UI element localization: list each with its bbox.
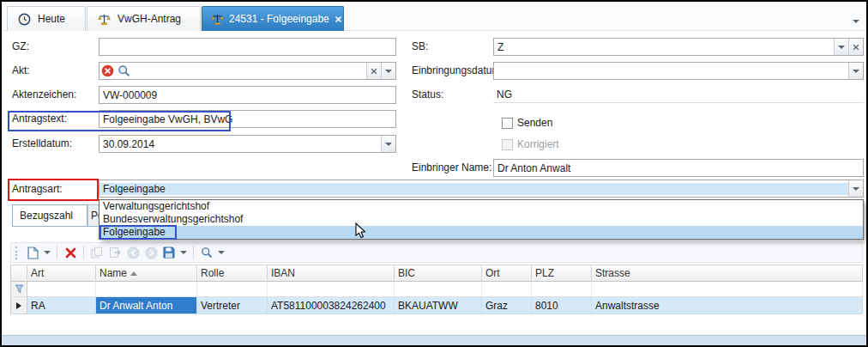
col-header-iban[interactable]: IBAN [268,265,395,282]
erstelldatum-field[interactable]: 30.09.2014 [99,135,396,153]
save-button[interactable] [161,245,177,260]
sb-field[interactable]: Z [493,38,864,56]
filter-cell-art[interactable] [27,282,96,297]
antragsart-field[interactable]: Folgeeingabe [99,180,864,198]
sb-value: Z [494,41,834,53]
akt-field[interactable] [99,62,396,80]
cell-name-selected[interactable]: Dr Anwalt Anton [96,297,197,314]
col-header-label: Strasse [595,267,630,279]
nav-forward-button[interactable] [143,245,159,260]
status-value: NG [493,86,864,103]
col-header-label: BIC [398,267,415,279]
tab-vwgh-antrag[interactable]: VwGH-Antrag [87,6,201,31]
col-header-art[interactable]: Art [27,265,96,282]
grid-toolbar [10,242,863,263]
aktenzeichen-field[interactable]: VW-000009 [99,86,396,104]
tab-list-chevron-icon[interactable] [853,14,859,26]
subtab-label: Bezugszahl [20,210,73,222]
filter-cell-strasse[interactable] [592,282,863,297]
row-indicator-header [10,265,27,282]
copy-button[interactable] [89,245,105,260]
dropdown-icon[interactable] [381,136,395,152]
clear-circle-icon[interactable] [99,64,116,77]
tab-heute[interactable]: Heute [7,6,86,31]
nav-back-button[interactable] [125,245,141,260]
dropdown-icon[interactable] [848,63,863,79]
toolbar-separator [83,246,84,259]
erstelldatum-label: Erstelldatum: [12,135,72,152]
cell-strasse[interactable]: Anwaltstrasse [592,297,863,314]
search-button[interactable] [199,245,214,260]
add-row-button[interactable] [25,245,40,260]
cell-plz[interactable]: 8010 [532,297,592,314]
akt-label: Akt: [12,62,30,79]
application-window: Heute VwGH-Antrag 24531 - Folgeeingabe G… [0,0,868,347]
dropdown-option-bundesverwaltungsgerichtshof[interactable]: Bundesverwaltungsgerichtshof [99,213,863,226]
col-header-bic[interactable]: BIC [395,265,482,282]
scales-icon [96,13,112,26]
tab-folgeeingabe-active[interactable]: 24531 - Folgeeingabe [202,6,344,31]
cell-art[interactable]: RA [27,297,96,314]
close-tab-icon[interactable] [335,15,342,23]
antragsart-value: Folgeeingabe [99,183,848,195]
einbringungsdatum-label: Einbringungsdatum: [412,62,503,79]
filter-cell-bic[interactable] [395,282,482,297]
dropdown-icon[interactable] [848,180,863,197]
checkbox-box [502,118,513,129]
row-indicator [10,297,27,314]
col-header-ort[interactable]: Ort [482,265,532,282]
col-header-rolle[interactable]: Rolle [197,265,268,282]
delete-row-button[interactable] [63,245,78,260]
persons-grid: Art Name Rolle IBAN BIC Ort PLZ Strasse … [10,265,863,314]
col-header-strasse[interactable]: Strasse [592,265,863,282]
dropdown-option-folgeeingabe[interactable]: Folgeeingabe [99,226,863,239]
einbringer-name-label: Einbringer Name: [412,159,491,176]
filter-cell-rolle[interactable] [197,282,268,297]
korrigiert-checkbox[interactable]: Korrigiert [502,137,559,151]
checkbox-label: Senden [517,117,552,129]
cell-bic[interactable]: BKAUATWW [395,297,482,314]
aktenzeichen-value: VW-000009 [99,89,395,101]
antragstext-field[interactable]: Folgeeingabe VwGH, BVwG [99,110,396,128]
clear-icon[interactable] [848,39,863,55]
einbringungsdatum-field[interactable] [493,62,864,80]
funnel-icon [15,284,24,294]
col-header-label: Ort [485,267,500,279]
filter-cell-plz[interactable] [532,282,592,297]
toolbar-grip[interactable] [15,247,19,259]
filter-cell-iban[interactable] [268,282,395,297]
clear-icon[interactable] [366,63,381,79]
filter-row-indicator [10,282,27,297]
dropdown-icon[interactable] [381,63,395,79]
col-header-label: Name [99,267,127,279]
col-header-plz[interactable]: PLZ [532,265,592,282]
cell-iban[interactable]: AT581100003824262400 [268,297,395,314]
antragsart-label: Antragsart: [12,180,63,198]
subtab-bezugszahl[interactable]: Bezugszahl [12,204,87,227]
tab-label: 24531 - Folgeeingabe [229,13,329,25]
filter-cell-name[interactable] [96,282,197,297]
einbringer-name-value: Dr Anton Anwalt [494,162,863,174]
sort-asc-icon [130,271,137,276]
gz-field[interactable] [99,38,396,56]
gz-label: GZ: [12,38,29,55]
antragstext-value: Folgeeingabe VwGH, BVwG [99,113,395,125]
aktenzeichen-label: Aktenzeichen: [12,86,76,103]
cell-ort[interactable]: Graz [482,297,532,314]
col-header-label: Art [31,267,44,279]
document-tabbar: Heute VwGH-Antrag 24531 - Folgeeingabe [2,2,866,31]
col-header-name[interactable]: Name [96,265,197,282]
add-row-dropdown-icon[interactable] [43,245,51,260]
dropdown-icon[interactable] [834,39,848,55]
search-icon[interactable] [116,64,132,77]
checkbox-box [502,139,513,150]
senden-checkbox[interactable]: Senden [502,116,552,130]
search-dropdown-icon[interactable] [217,245,226,260]
einbringer-name-field[interactable]: Dr Anton Anwalt [493,159,864,177]
filter-cell-ort[interactable] [482,282,532,297]
dropdown-option-verwaltungsgerichtshof[interactable]: Verwaltungsgerichtshof [99,200,863,213]
export-button[interactable] [107,245,123,260]
save-dropdown-icon[interactable] [179,245,188,260]
status-bar [2,335,866,345]
cell-rolle[interactable]: Vertreter [197,297,268,314]
